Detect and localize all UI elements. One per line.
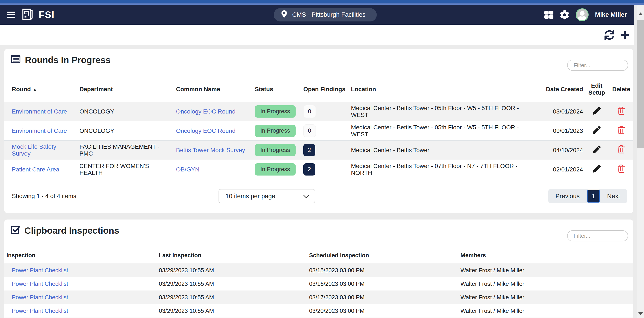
cell-department: CENTER FOR WOMEN'S HEALTH: [77, 160, 174, 179]
edit-setup-button[interactable]: [593, 165, 601, 173]
cell-open-findings: 0: [301, 102, 349, 121]
delete-button[interactable]: [618, 145, 625, 154]
scrollbar-thumb[interactable]: [637, 20, 644, 148]
page-toolbar: [0, 25, 634, 45]
status-badge: In Progress: [255, 144, 296, 156]
scrollbar-up-arrow[interactable]: [638, 12, 643, 15]
column-header-last-inspection[interactable]: Last Inspection: [157, 247, 307, 264]
rounds-header-row: Round ▲ Department Common Name Status Op…: [4, 77, 633, 102]
column-header-round[interactable]: Round ▲: [4, 77, 77, 102]
cell-last-inspection: 03/29/2023 10:55 AM: [157, 277, 307, 291]
edit-setup-button[interactable]: [593, 126, 601, 135]
open-findings-badge: 2: [303, 144, 315, 156]
scrollbar-down-arrow[interactable]: [638, 312, 643, 315]
cell-delete: [609, 121, 633, 141]
next-page-button[interactable]: Next: [600, 189, 627, 203]
column-header-edit-setup[interactable]: Edit Setup: [584, 77, 609, 102]
cell-date-created: 04/10/2024: [522, 141, 584, 160]
checked-checkbox-icon: [11, 225, 20, 237]
column-header-members[interactable]: Members: [458, 247, 633, 264]
add-button[interactable]: [620, 30, 630, 40]
rounds-table-row: Environment of Care ONCOLOGY Oncology EO…: [4, 102, 633, 121]
round-link[interactable]: Environment of Care: [12, 108, 67, 115]
cell-status: In Progress: [253, 102, 301, 121]
cell-status: In Progress: [253, 141, 301, 160]
cell-date-created: 02/01/2024: [522, 160, 584, 179]
cell-open-findings: 0: [301, 121, 349, 141]
inspection-link[interactable]: Power Plant Checklist: [12, 308, 68, 314]
common-name-link[interactable]: Bettis Tower Mock Survey: [176, 147, 245, 153]
column-header-status[interactable]: Status: [253, 77, 301, 102]
previous-page-button[interactable]: Previous: [548, 189, 587, 203]
rounds-filter-input[interactable]: [567, 60, 628, 71]
rounds-table-row: Patient Care Area CENTER FOR WOMEN'S HEA…: [4, 160, 633, 179]
common-name-link[interactable]: Oncology EOC Round: [176, 108, 236, 115]
rounds-section-title: Rounds In Progress: [11, 54, 110, 66]
rounds-table-footer: Showing 1 - 4 of 4 items 10 items per pa…: [4, 179, 633, 213]
inspection-link[interactable]: Power Plant Checklist: [12, 267, 68, 274]
common-name-link[interactable]: OB/GYN: [176, 166, 200, 173]
round-link[interactable]: Mock Life Safety Survey: [12, 143, 56, 157]
chevron-down-icon: [303, 192, 309, 198]
inspection-link[interactable]: Power Plant Checklist: [12, 281, 68, 287]
delete-button[interactable]: [618, 107, 625, 115]
cell-inspection: Power Plant Checklist: [4, 304, 157, 318]
cell-members: Walter Frost / Mike Miller: [458, 304, 633, 318]
refresh-button[interactable]: [604, 30, 614, 40]
vertical-scrollbar[interactable]: [637, 5, 644, 318]
user-name[interactable]: Mike Miller: [595, 11, 627, 18]
cell-last-inspection: 03/29/2023 10:55 AM: [157, 264, 307, 277]
cell-open-findings: 2: [301, 160, 349, 179]
map-pin-icon: [282, 10, 287, 19]
current-page-button[interactable]: 1: [587, 190, 600, 203]
cell-scheduled-inspection: 03/16/2023 03:00 PM: [307, 277, 458, 291]
column-header-delete[interactable]: Delete: [609, 77, 633, 102]
list-panel-icon: [11, 54, 21, 66]
column-header-department[interactable]: Department: [77, 77, 174, 102]
inspection-link[interactable]: Power Plant Checklist: [12, 294, 68, 301]
cell-edit-setup: [584, 160, 609, 179]
column-header-date-created[interactable]: Date Created: [522, 77, 584, 102]
clipboard-header-row: Inspection Last Inspection Scheduled Ins…: [4, 247, 633, 264]
clipboard-section-title: Clipboard Inspections: [11, 225, 119, 237]
cell-round: Patient Care Area: [4, 160, 77, 179]
column-header-inspection[interactable]: Inspection: [4, 247, 157, 264]
cell-round: Environment of Care: [4, 121, 77, 141]
cell-location: Medical Center - Bettis Tower - 05th Flo…: [349, 121, 522, 141]
edit-setup-button[interactable]: [593, 145, 601, 154]
cell-members: Walter Frost / Mike Miller: [458, 291, 633, 304]
open-findings-badge: 2: [303, 163, 315, 176]
column-header-scheduled-inspection[interactable]: Scheduled Inspection: [307, 247, 458, 264]
apps-grid-button[interactable]: [544, 10, 554, 19]
cell-common-name: Oncology EOC Round: [174, 102, 253, 121]
clipboard-table-row: Power Plant Checklist 03/29/2023 10:55 A…: [4, 264, 633, 277]
cell-date-created: 09/01/2023: [522, 121, 584, 141]
page-size-select[interactable]: 10 items per page: [218, 189, 315, 203]
rounds-section: Rounds In Progress Round ▲ Department Co…: [4, 49, 633, 213]
cell-department: ONCOLOGY: [77, 102, 174, 121]
menu-toggle-button[interactable]: [7, 11, 15, 18]
column-header-open-findings[interactable]: Open Findings: [301, 77, 349, 102]
edit-setup-button[interactable]: [593, 107, 601, 115]
delete-button[interactable]: [618, 165, 625, 173]
user-avatar[interactable]: [576, 8, 588, 21]
brand-text: FSI: [39, 9, 54, 20]
delete-button[interactable]: [618, 126, 625, 135]
common-name-link[interactable]: Oncology EOC Round: [176, 127, 236, 134]
settings-gear-button[interactable]: [560, 10, 569, 19]
clipboard-filter-input[interactable]: [567, 230, 628, 241]
cell-scheduled-inspection: 03/20/2023 03:00 PM: [307, 304, 458, 318]
round-link[interactable]: Patient Care Area: [12, 166, 59, 173]
cell-location: Medical Center - Bettis Tower: [349, 141, 522, 160]
rounds-table: Round ▲ Department Common Name Status Op…: [4, 77, 633, 179]
cell-inspection: Power Plant Checklist: [4, 264, 157, 277]
sort-ascending-icon: ▲: [32, 87, 37, 92]
cell-status: In Progress: [253, 160, 301, 179]
column-header-common-name[interactable]: Common Name: [174, 77, 253, 102]
column-header-location[interactable]: Location: [349, 77, 522, 102]
page-size-value: 10 items per page: [226, 193, 275, 200]
cell-common-name: Oncology EOC Round: [174, 121, 253, 141]
facility-selector-pill[interactable]: CMS - Pittsburgh Facilities: [274, 8, 377, 21]
cell-delete: [609, 141, 633, 160]
round-link[interactable]: Environment of Care: [12, 127, 67, 134]
